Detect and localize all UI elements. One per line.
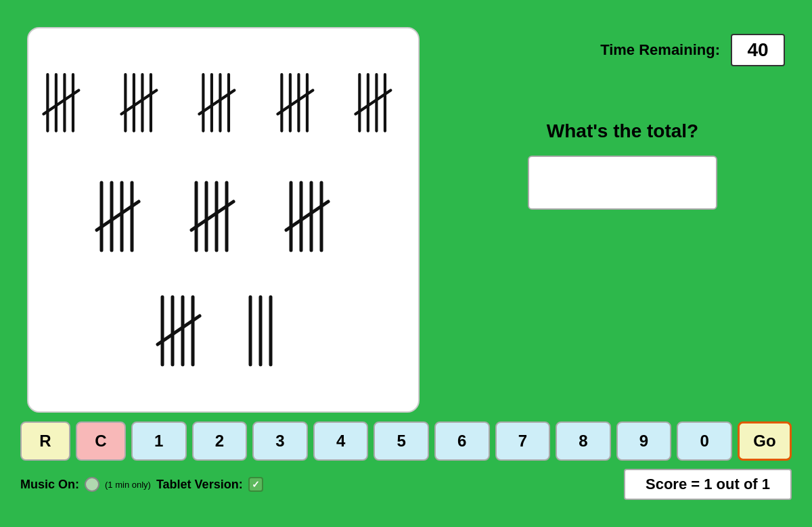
tally-row-2	[42, 176, 405, 264]
reset-button[interactable]: R	[20, 421, 70, 461]
bottom-bar: R C 1 2 3 4 5 6 7 8 9 0 Go Music On: (1 …	[20, 421, 792, 500]
tablet-toggle[interactable]: ✓	[248, 477, 263, 492]
num-button-5[interactable]: 5	[374, 421, 429, 461]
num-button-7[interactable]: 7	[495, 421, 551, 461]
time-remaining-label: Time Remaining:	[600, 41, 720, 59]
time-remaining-value: 40	[731, 34, 785, 66]
tally-row-1	[42, 62, 405, 150]
score-box: Score = 1 out of 1	[624, 469, 792, 500]
clear-button[interactable]: C	[76, 421, 126, 461]
tally-group-9	[156, 290, 217, 378]
question-text: What's the total?	[547, 120, 698, 142]
tally-group-4	[276, 62, 327, 150]
tablet-version-label: Tablet Version:	[156, 478, 243, 492]
music-section: Music On: (1 min only) Tablet Version: ✓	[20, 477, 263, 492]
status-row: Music On: (1 min only) Tablet Version: ✓…	[20, 469, 792, 500]
music-toggle[interactable]	[85, 477, 99, 492]
tally-group-10	[244, 290, 291, 378]
answer-input[interactable]	[528, 156, 717, 210]
num-button-4[interactable]: 4	[313, 421, 369, 461]
tally-group-8	[284, 176, 352, 264]
tally-group-1	[42, 62, 93, 150]
tally-group-5	[354, 62, 405, 150]
tally-group-6	[95, 176, 162, 264]
number-buttons: R C 1 2 3 4 5 6 7 8 9 0 Go	[20, 421, 792, 461]
num-button-1[interactable]: 1	[131, 421, 187, 461]
tally-group-2	[120, 62, 171, 150]
num-button-2[interactable]: 2	[192, 421, 248, 461]
tally-group-3	[198, 62, 248, 150]
go-button[interactable]: Go	[738, 421, 792, 461]
num-button-6[interactable]: 6	[434, 421, 490, 461]
time-row: Time Remaining: 40	[600, 34, 785, 66]
music-on-label: Music On:	[20, 478, 79, 492]
num-button-9[interactable]: 9	[616, 421, 672, 461]
main-container: Time Remaining: 40 What's the total? R C…	[14, 14, 798, 513]
tally-group-7	[189, 176, 257, 264]
tally-row-3	[42, 290, 405, 378]
num-button-3[interactable]: 3	[252, 421, 308, 461]
right-panel: Time Remaining: 40 What's the total?	[453, 34, 792, 210]
num-button-8[interactable]: 8	[556, 421, 611, 461]
num-button-0[interactable]: 0	[677, 421, 732, 461]
min-only-label: (1 min only)	[105, 480, 151, 490]
tally-card	[27, 27, 420, 413]
